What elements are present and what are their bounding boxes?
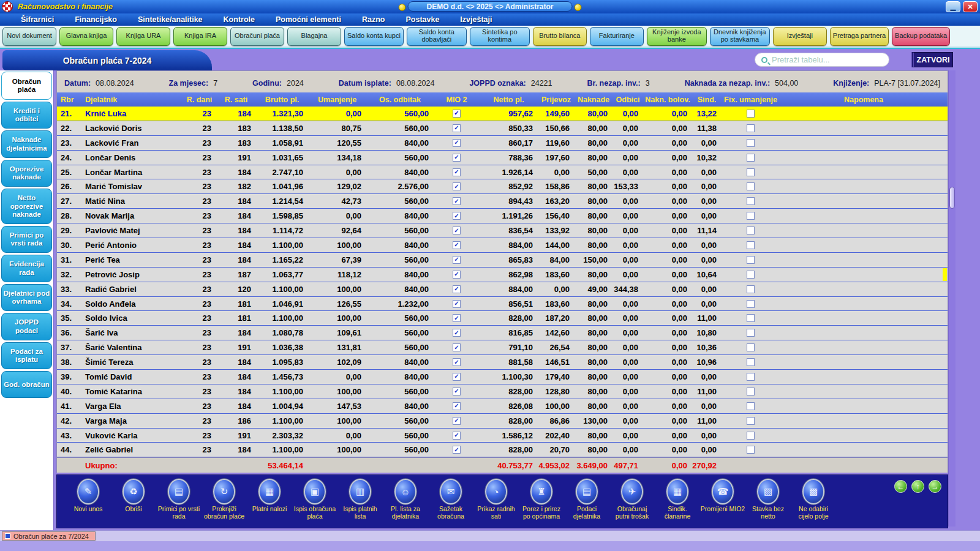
backup-podataka-button[interactable]: Backup podataka	[892, 27, 950, 46]
nav-up-icon[interactable]: ↑	[911, 480, 924, 493]
table-row-petrovi-josip[interactable]: 32.Petrović Josip231871.063,77118,12840,…	[57, 268, 948, 282]
fix-umanjenje-checkbox[interactable]	[747, 241, 755, 249]
fix-umanjenje-checkbox[interactable]	[747, 212, 755, 220]
mio2-checkbox[interactable]: ✓	[453, 124, 461, 132]
table-row-vukovi-karla[interactable]: 43.Vuković Karla231912.303,320,00560,00✓…	[57, 429, 948, 443]
table-row-ari-valentina[interactable]: 37.Šarić Valentina231911.036,38131,81560…	[57, 340, 948, 355]
table-row-pavlovi-matej[interactable]: 29.Pavlović Matej231841.114,7292,64560,0…	[57, 223, 948, 238]
table-row-mari-tomislav[interactable]: 26.Marić Tomislav231821.041,96129,022.57…	[57, 179, 948, 194]
fix-umanjenje-checkbox[interactable]	[747, 446, 755, 454]
mio2-checkbox[interactable]: ✓	[453, 329, 461, 337]
sindik-lanarine-button[interactable]: ▦Sindik. članarine	[655, 479, 700, 520]
table-row-radi-gabriel[interactable]: 33.Radić Gabriel231201.100,00100,00840,0…	[57, 282, 948, 297]
column-header-fix-umanjenje[interactable]: Fix. umanjenje	[722, 96, 780, 104]
fix-umanjenje-checkbox[interactable]	[747, 110, 755, 118]
mio2-checkbox[interactable]: ✓	[453, 314, 461, 322]
ispis-platnih-lista-button[interactable]: ▥Ispis platnih lista	[337, 479, 383, 520]
menu-item-financijsko[interactable]: Financijsko	[75, 15, 117, 24]
glavna-knjiga-button[interactable]: Glavna knjiga	[59, 27, 113, 46]
menu-item-izvje-taji[interactable]: Izvještaji	[460, 15, 492, 24]
column-header-sind[interactable]: Sind.	[692, 96, 722, 104]
mio2-checkbox[interactable]: ✓	[453, 241, 461, 249]
mio2-checkbox[interactable]: ✓	[453, 432, 461, 440]
novi-unos-button[interactable]: ✎Novi unos	[66, 479, 111, 513]
knjiga-ira-button[interactable]: Knjiga IRA	[173, 27, 227, 46]
mio2-checkbox[interactable]: ✓	[453, 285, 461, 293]
fix-umanjenje-checkbox[interactable]	[747, 388, 755, 395]
column-header-brutto-pl[interactable]: Brutto pl.	[256, 96, 308, 104]
fix-umanjenje-checkbox[interactable]	[747, 314, 755, 322]
izvje-taji-button[interactable]: Izvještaji	[773, 27, 827, 46]
column-header-odbici[interactable]: Odbici	[612, 96, 643, 104]
mio2-checkbox[interactable]: ✓	[453, 197, 461, 205]
saldo-konta-dobavlja-i-button[interactable]: Saldo konta dobavljači	[407, 27, 467, 46]
fix-umanjenje-checkbox[interactable]	[747, 329, 755, 337]
mio2-checkbox[interactable]: ✓	[453, 300, 461, 308]
sidebar-item-krediti-i-odbitci[interactable]: Krediti i odbitci	[1, 102, 52, 129]
fix-umanjenje-checkbox[interactable]	[747, 402, 755, 410]
saldo-konta-kupci-button[interactable]: Saldo konta kupci	[344, 27, 404, 46]
mio2-checkbox[interactable]: ✓	[453, 417, 461, 425]
table-row-ari-iva[interactable]: 36.Šarić Iva231841.080,78109,61560,00✓81…	[57, 326, 948, 340]
column-header-r-sati[interactable]: R. sati	[216, 96, 256, 104]
column-header-djelatnik[interactable]: Djelatnik	[81, 96, 183, 104]
menu-item-razno[interactable]: Razno	[362, 15, 385, 24]
table-row-peri-tea[interactable]: 31.Perić Tea231841.165,2267,39560,00✓865…	[57, 253, 948, 268]
table-row-tomi-katarina[interactable]: 40.Tomić Katarina231841.100,00100,00560,…	[57, 384, 948, 399]
sidebar-item-podaci-za-isplatu[interactable]: Podaci za isplatu	[1, 342, 52, 369]
podaci-djelatnika-button[interactable]: ▤Podaci djelatnika	[564, 479, 609, 520]
mio2-checkbox[interactable]: ✓	[453, 373, 461, 381]
mio2-checkbox[interactable]: ✓	[453, 388, 461, 395]
sidebar-item-netto-oporezive-naknade[interactable]: Netto oporezive naknade	[1, 189, 52, 224]
mio2-checkbox[interactable]: ✓	[453, 402, 461, 410]
fix-umanjenje-checkbox[interactable]	[747, 300, 755, 308]
column-header-nakn-bolov[interactable]: Nakn. bolov.	[643, 96, 692, 104]
promijeni-mio2-button[interactable]: ☎Promijeni MIO2	[700, 479, 745, 513]
sidebar-item-oporezive-naknade[interactable]: Oporezive naknade	[1, 160, 52, 187]
fix-umanjenje-checkbox[interactable]	[747, 256, 755, 264]
obra-unaj-putni-tro-ak-button[interactable]: ✈Obračunaj putni trošak	[609, 479, 655, 520]
mio2-checkbox[interactable]: ✓	[453, 343, 461, 351]
table-row-soldo-an-ela[interactable]: 34.Soldo Anđela231811.046,91126,551.232,…	[57, 297, 948, 312]
fix-umanjenje-checkbox[interactable]	[747, 343, 755, 351]
fix-umanjenje-checkbox[interactable]	[747, 271, 755, 279]
fix-umanjenje-checkbox[interactable]	[747, 227, 755, 234]
table-row-imi-tereza[interactable]: 38.Šimić Tereza231841.095,83102,09840,00…	[57, 355, 948, 370]
table-row-varga-ela[interactable]: 41.Varga Ela231841.004,94147,53840,00✓82…	[57, 399, 948, 414]
sintetika-po-kontima-button[interactable]: Sintetika po kontima	[470, 27, 530, 46]
menu-item-postavke[interactable]: Postavke	[405, 15, 439, 24]
pretraga-partnera-button[interactable]: Pretraga partnera	[830, 27, 889, 46]
table-row-krni-luka[interactable]: 21.Krnić Luka231841.321,300,00560,00✓957…	[57, 107, 948, 121]
nav-left-icon[interactable]: ←	[894, 480, 907, 493]
primici-po-vrsti-rada-button[interactable]: ▤Primici po vrsti rada	[156, 479, 202, 520]
table-row-peri-antonio[interactable]: 30.Perić Antonio231841.100,00100,00840,0…	[57, 238, 948, 253]
mio2-checkbox[interactable]: ✓	[453, 212, 461, 220]
sidebar-item-obra-un-pla-a[interactable]: Obračun plaća	[1, 72, 52, 100]
sa-etak-obra-una-button[interactable]: ✉Sažetak obračuna	[428, 479, 473, 520]
mio2-checkbox[interactable]: ✓	[453, 154, 461, 162]
column-header-netto-pl[interactable]: Netto pl.	[480, 96, 538, 104]
mio2-checkbox[interactable]: ✓	[453, 358, 461, 366]
fix-umanjenje-checkbox[interactable]	[747, 197, 755, 205]
column-header-prijevoz[interactable]: Prijevoz	[538, 96, 575, 104]
dnevnik-knji-enja-po-stavkama-button[interactable]: Dnevnik knjiženja po stavkama	[710, 27, 770, 46]
sidebar-item-god-obra-un[interactable]: God. obračun	[1, 371, 52, 398]
knji-enje-izvoda-banke-button[interactable]: Knjiženje izvoda banke	[647, 27, 707, 46]
mio2-checkbox[interactable]: ✓	[453, 168, 461, 176]
status-tab[interactable]: Obračun plaće za 7/2024	[2, 531, 96, 541]
table-row-lon-ar-denis[interactable]: 24.Lončar Denis231911.031,65134,18560,00…	[57, 151, 948, 165]
fix-umanjenje-checkbox[interactable]	[747, 168, 755, 176]
mio2-checkbox[interactable]: ✓	[453, 139, 461, 147]
mio2-checkbox[interactable]: ✓	[453, 271, 461, 279]
table-row-mati-nina[interactable]: 27.Matić Nina231841.214,5442,73560,00✓89…	[57, 194, 948, 209]
minimize-button[interactable]: ▁	[946, 1, 960, 12]
mio2-checkbox[interactable]: ✓	[453, 256, 461, 264]
brutto-bilanca-button[interactable]: Brutto bilanca	[533, 27, 587, 46]
ispis-obra-una-pla-a-button[interactable]: ▣Ispis obračuna plaća	[292, 479, 337, 520]
column-header-os-odbitak[interactable]: Os. odbitak	[366, 96, 434, 104]
table-row-lon-ar-martina[interactable]: 25.Lončar Martina231842.747,100,00840,00…	[57, 165, 948, 180]
fakturiranje-button[interactable]: Fakturiranje	[590, 27, 644, 46]
sidebar-item-djelatnici-pod-ovrhama[interactable]: Djelatnici pod ovrhama	[1, 284, 52, 311]
fix-umanjenje-checkbox[interactable]	[747, 417, 755, 425]
column-header-naknade[interactable]: Naknade	[575, 96, 612, 104]
